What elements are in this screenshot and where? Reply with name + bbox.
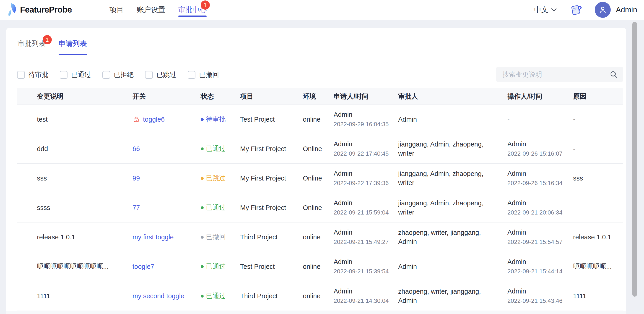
status-dot-icon — [201, 118, 204, 121]
toggle-link[interactable]: my first toggle — [132, 233, 174, 241]
nav-item-projects[interactable]: 项目 — [110, 0, 124, 20]
topbar-right: 中文 ? Admin — [534, 0, 637, 20]
project-name: My First Project — [240, 204, 303, 211]
search-input[interactable] — [496, 71, 610, 78]
status-dot-icon — [201, 265, 204, 268]
project-name: My First Project — [240, 175, 303, 182]
operator-time: 2022-09-21 15:44:14 — [508, 268, 566, 275]
environment-name: online — [303, 292, 334, 300]
applicant-time: 2022-09-21 15:59:04 — [334, 209, 391, 216]
environment-name: Online — [303, 204, 334, 211]
status-badge: 已通过 — [201, 262, 240, 271]
toggle-link[interactable]: my second toggle — [132, 292, 184, 300]
nav-item-label: 项目 — [110, 5, 124, 15]
table-row: ddd66已通过My First ProjectOnlineAdmin2022-… — [17, 134, 623, 164]
tab-bar: 审批列表1申请列表 — [18, 39, 87, 55]
approvers-list: Admin — [398, 262, 508, 271]
help-icon[interactable]: ? — [570, 3, 583, 17]
operator-time: 2022-09-26 15:16:07 — [508, 150, 566, 157]
project-name: Test Project — [240, 263, 303, 270]
status-label: 已撤回 — [206, 232, 226, 242]
operator-time: 2022-09-21 15:54:57 — [508, 238, 566, 245]
approvers-list: jianggang, Admin, zhaopeng, writer — [398, 169, 508, 187]
column-header: 原因 — [573, 92, 623, 101]
environment-name: Online — [303, 145, 334, 153]
nav-item-account-settings[interactable]: 账户设置 — [137, 0, 165, 20]
svg-text:?: ? — [578, 4, 582, 13]
filter-skipped[interactable]: 已跳过 — [145, 70, 176, 79]
approvers-list: jianggang, Admin, zhaopeng, writer — [398, 140, 508, 158]
toggle-link[interactable]: 99 — [132, 175, 140, 182]
applicant-cell: Admin2022-09-21 14:30:04 — [334, 287, 398, 304]
status-dot-icon — [201, 206, 204, 209]
status-badge: 已通过 — [201, 144, 240, 153]
operator-cell: Admin2022-09-26 15:16:07 — [508, 140, 573, 157]
checkbox-skipped[interactable] — [145, 71, 153, 79]
toggle-cell: toogle7 — [132, 263, 201, 270]
filter-revoked[interactable]: 已撤回 — [188, 70, 219, 79]
checkbox-passed[interactable] — [60, 71, 68, 79]
status-dot-icon — [201, 177, 204, 180]
filter-passed[interactable]: 已通过 — [60, 70, 91, 79]
status-label: 已通过 — [206, 144, 226, 153]
operator-cell: Admin2022-09-21 20:06:34 — [508, 199, 573, 216]
filter-pending[interactable]: 待审批 — [17, 70, 48, 79]
operator-cell: - — [508, 116, 573, 123]
checkbox-revoked[interactable] — [188, 71, 196, 79]
applicant-name: Admin — [334, 111, 391, 118]
project-name: Third Project — [240, 292, 303, 300]
app-header: FeatureProbe 项目账户设置审批中心1 中文 ? — [0, 0, 644, 20]
toggle-link[interactable]: toogle7 — [132, 263, 154, 270]
vertical-scrollbar[interactable] — [632, 22, 637, 297]
applicant-cell: Admin2022-09-22 17:40:45 — [334, 140, 398, 157]
applicant-time: 2022-09-22 17:40:45 — [334, 150, 391, 157]
toggle-cell: 77 — [132, 204, 201, 211]
environment-name: online — [303, 263, 334, 270]
table-row: sss99已跳过My First ProjectOnlineAdmin2022-… — [17, 164, 623, 193]
filter-rejected[interactable]: 已拒绝 — [102, 70, 134, 79]
tab-approval-list[interactable]: 审批列表1 — [18, 39, 46, 55]
status-label: 已通过 — [206, 203, 226, 212]
approvers-list: zhaopeng, writer, jianggang, Admin — [398, 228, 508, 246]
applicant-cell: Admin2022-09-21 15:39:54 — [334, 258, 398, 275]
content-card: 审批列表1申请列表 待审批已通过已拒绝已跳过已撤回 变更说明开关状态项目环境申请… — [6, 28, 626, 314]
username: Admin — [616, 6, 637, 14]
change-description: ssss — [37, 204, 132, 211]
toggle-cell: 66 — [132, 145, 201, 153]
status-badge: 已通过 — [201, 203, 240, 212]
filter-label: 已跳过 — [156, 70, 176, 79]
table-body: testtoggle6待审批Test ProjectonlineAdmin202… — [17, 105, 623, 311]
applicant-name: Admin — [334, 140, 391, 148]
change-description: release 1.0.1 — [37, 233, 132, 241]
checkbox-rejected[interactable] — [102, 71, 110, 79]
tab-request-list[interactable]: 申请列表 — [58, 39, 87, 55]
main-nav: 项目账户设置审批中心1 — [110, 0, 206, 20]
operator-time: 2022-09-21 20:06:34 — [508, 209, 566, 216]
change-description: ddd — [37, 145, 132, 153]
table-row: ssss77已通过My First ProjectOnlineAdmin2022… — [17, 193, 623, 222]
avatar[interactable] — [595, 2, 611, 18]
table-row: 1111my second toggle已通过Third Projectonli… — [17, 281, 623, 311]
language-selector[interactable]: 中文 — [534, 5, 557, 15]
checkbox-pending[interactable] — [17, 71, 25, 79]
nav-item-approval-center[interactable]: 审批中心1 — [178, 0, 206, 20]
toggle-link[interactable]: toggle6 — [143, 116, 165, 123]
operator-cell: Admin2022-09-21 15:43:46 — [508, 287, 573, 304]
applicant-name: Admin — [334, 287, 391, 295]
reason-text: - — [573, 204, 623, 211]
column-header: 审批人 — [398, 92, 508, 101]
status-badge: 待审批 — [201, 115, 240, 124]
status-label: 已跳过 — [206, 174, 226, 183]
toggle-link[interactable]: 77 — [132, 204, 140, 211]
nav-item-label: 账户设置 — [137, 5, 165, 15]
search-icon[interactable] — [610, 70, 618, 79]
applicant-time: 2022-09-21 14:30:04 — [334, 297, 391, 304]
toggle-link[interactable]: 66 — [132, 145, 140, 153]
table-row: 呃呃呃呃呃呃呃呃呃呃...toogle7已通过Test Projectonlin… — [17, 252, 623, 281]
applicant-cell: Admin2022-09-29 16:04:35 — [334, 111, 398, 128]
operator-cell: Admin2022-09-26 15:16:34 — [508, 170, 573, 187]
change-description: test — [37, 116, 132, 123]
table-row: release 1.0.1my first toggle已撤回Third Pro… — [17, 222, 623, 252]
applicant-time: 2022-09-22 17:39:36 — [334, 180, 391, 187]
applicant-name: Admin — [334, 229, 391, 236]
